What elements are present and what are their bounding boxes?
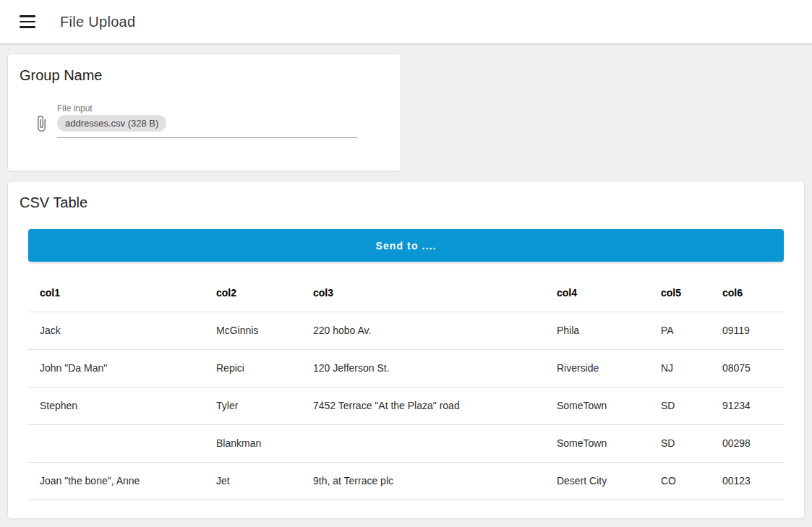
hamburger-menu-icon — [20, 26, 35, 28]
table-cell: SD — [649, 387, 711, 424]
column-header: col1 — [28, 274, 205, 312]
table-cell: Riverside — [545, 349, 649, 387]
csv-table-body: JackMcGinnis220 hobo Av.PhilaPA09119John… — [28, 312, 784, 500]
table-cell: Jet — [205, 462, 302, 500]
table-cell: SD — [649, 424, 711, 462]
file-input-label: File input — [57, 103, 357, 113]
table-row: StephenTyler7452 Terrace "At the Plaza" … — [28, 387, 784, 424]
table-cell: Stephen — [28, 387, 205, 424]
table-cell: 00123 — [711, 462, 784, 500]
table-cell: PA — [649, 312, 711, 349]
table-cell: 08075 — [711, 349, 784, 387]
column-header: col2 — [205, 274, 302, 312]
table-row: JackMcGinnis220 hobo Av.PhilaPA09119 — [28, 312, 784, 349]
csv-table-header: col1col2col3col4col5col6 — [28, 274, 784, 312]
table-cell: Jack — [28, 312, 205, 349]
table-cell: 120 Jefferson St. — [302, 349, 545, 387]
table-cell: Desert City — [545, 462, 649, 500]
table-cell: McGinnis — [205, 312, 302, 349]
csv-table: col1col2col3col4col5col6 JackMcGinnis220… — [28, 274, 784, 500]
table-row: BlankmanSomeTownSD00298 — [28, 424, 784, 462]
table-cell: 9th, at Terrace plc — [302, 462, 545, 500]
table-cell: 09119 — [711, 312, 784, 349]
file-input-control[interactable]: addresses.csv (328 B) — [57, 113, 357, 138]
menu-button[interactable] — [14, 9, 40, 35]
table-row: John "Da Man"Repici120 Jefferson St.Rive… — [28, 349, 784, 387]
send-to-button[interactable]: Send to .... — [28, 229, 784, 262]
table-row: Joan "the bone", AnneJet9th, at Terrace … — [28, 462, 784, 500]
app-bar: File Upload — [0, 0, 812, 45]
table-cell: Repici — [205, 349, 302, 387]
table-cell: Tyler — [205, 387, 302, 424]
table-cell: Phila — [545, 312, 649, 349]
table-cell: Blankman — [205, 424, 302, 462]
csv-table-card: CSV Table Send to .... col1col2col3col4c… — [7, 181, 805, 519]
hamburger-menu-icon — [20, 21, 35, 23]
csv-table-wrap: col1col2col3col4col5col6 JackMcGinnis220… — [28, 274, 784, 500]
hamburger-menu-icon — [20, 15, 35, 17]
paperclip-icon[interactable] — [33, 115, 50, 132]
group-name-card: Group Name File input addresses.csv (328… — [7, 53, 401, 171]
table-cell: 7452 Terrace "At the Plaza" road — [302, 387, 545, 424]
page-content: Group Name File input addresses.csv (328… — [0, 45, 812, 519]
card-title-group-name: Group Name — [20, 66, 389, 85]
column-header: col6 — [711, 274, 784, 312]
file-input[interactable]: File input addresses.csv (328 B) — [57, 103, 357, 138]
column-header: col5 — [649, 274, 711, 312]
table-cell: SomeTown — [545, 424, 649, 462]
card-title-csv-table: CSV Table — [20, 193, 792, 212]
table-cell: Joan "the bone", Anne — [28, 462, 205, 500]
column-header: col4 — [545, 274, 649, 312]
column-header: col3 — [302, 274, 545, 312]
table-cell — [28, 424, 205, 462]
table-cell: John "Da Man" — [28, 349, 205, 387]
page-title: File Upload — [60, 14, 135, 30]
file-chip[interactable]: addresses.csv (328 B) — [57, 115, 166, 132]
table-cell: 220 hobo Av. — [302, 312, 545, 349]
table-cell: CO — [649, 462, 711, 500]
file-input-row: File input addresses.csv (328 B) — [33, 103, 389, 138]
table-cell: 91234 — [711, 387, 784, 424]
table-cell — [302, 424, 545, 462]
table-cell: SomeTown — [545, 387, 649, 424]
table-cell: NJ — [649, 349, 711, 387]
table-cell: 00298 — [711, 424, 784, 462]
